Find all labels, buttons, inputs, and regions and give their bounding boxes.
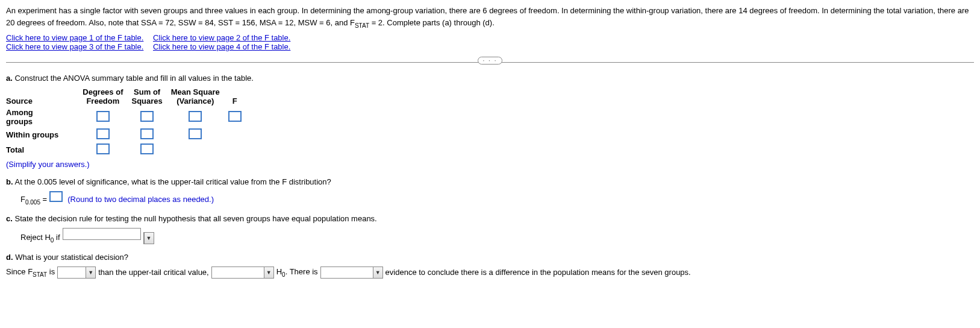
input-total-ss[interactable]	[140, 144, 154, 154]
f-table-links: Click here to view page 1 of the F table…	[6, 33, 974, 51]
chevron-down-icon: ▼	[86, 267, 95, 278]
link-page4[interactable]: Click here to view page 4 of the F table…	[153, 42, 290, 51]
input-f-critical[interactable]	[49, 191, 63, 202]
part-b-hint: (Round to two decimal places as needed.)	[67, 195, 214, 204]
problem-statement: An experiment has a single factor with s…	[6, 5, 974, 30]
input-within-ms[interactable]	[189, 128, 202, 139]
input-among-ms[interactable]	[189, 111, 202, 122]
dropdown-reject[interactable]: ▼	[211, 266, 274, 279]
chevron-down-icon: ▼	[373, 267, 382, 278]
th-f: F	[228, 86, 250, 107]
part-c: c. State the decision rule for testing t…	[6, 214, 974, 244]
input-among-df[interactable]	[96, 111, 110, 122]
input-total-df[interactable]	[96, 144, 110, 154]
expand-badge[interactable]: · · ·	[478, 57, 503, 65]
problem-line2a: 20 degrees of freedom. Also, note that S…	[6, 18, 355, 27]
problem-line1: An experiment has a single factor with s…	[6, 6, 969, 15]
th-source: Source	[6, 86, 83, 107]
link-page3[interactable]: Click here to view page 3 of the F table…	[6, 42, 143, 51]
fstat-subscript: STAT	[355, 22, 369, 28]
chevron-down-icon: ▼	[264, 267, 273, 278]
problem-line2b: = 2. Complete parts (a) through (d).	[369, 18, 495, 27]
reject-label: Reject H0 if	[20, 233, 60, 244]
row-among-label: Among groups	[6, 107, 83, 127]
part-b-text: At the 0.005 level of significance, what…	[13, 177, 331, 186]
row-within-label: Within groups	[6, 127, 83, 142]
anova-table: Source Degrees of Freedom Sum of Squares…	[6, 86, 250, 157]
input-within-ss[interactable]	[140, 128, 154, 139]
part-d-text: What is your statistical decision?	[13, 253, 128, 262]
th-ms: Mean Square (Variance)	[171, 86, 228, 107]
part-c-text: State the decision rule for testing the …	[13, 214, 377, 223]
part-b: b. At the 0.005 level of significance, w…	[6, 177, 974, 206]
part-d-label: d.	[6, 253, 13, 262]
part-b-label: b.	[6, 177, 13, 186]
input-within-df[interactable]	[96, 128, 110, 139]
evidence-text: evidence to conclude there is a differen…	[385, 268, 691, 277]
input-among-f[interactable]	[228, 111, 242, 122]
row-total-label: Total	[6, 142, 83, 157]
part-d: d. What is your statistical decision? Si…	[6, 253, 974, 279]
link-page1[interactable]: Click here to view page 1 of the F table…	[6, 33, 143, 42]
section-divider: · · ·	[6, 62, 974, 63]
input-among-ss[interactable]	[140, 111, 154, 122]
link-page2[interactable]: Click here to view page 2 of the F table…	[153, 33, 290, 42]
chevron-down-icon: ▼	[144, 233, 154, 244]
th-df: Degrees of Freedom	[83, 86, 131, 107]
dropdown-compare[interactable]: ▼	[57, 266, 96, 279]
input-decision-rule[interactable]	[63, 228, 141, 240]
part-a-label: a.	[6, 74, 13, 83]
th-ss: Sum of Squares	[131, 86, 170, 107]
part-c-label: c.	[6, 214, 13, 223]
part-a-hint: (Simplify your answers.)	[6, 160, 974, 169]
than-text: than the upper-tail critical value,	[98, 268, 209, 277]
dropdown-decision-rule[interactable]: ▼	[143, 232, 154, 244]
h0-text: H0. There is	[276, 267, 318, 278]
part-a-text: Construct the ANOVA summary table and fi…	[13, 74, 254, 83]
part-a: a. Construct the ANOVA summary table and…	[6, 74, 974, 169]
dropdown-evidence[interactable]: ▼	[320, 266, 383, 279]
f-label: F0.005 =	[20, 195, 47, 206]
since-label: Since FSTAT is	[6, 267, 55, 278]
